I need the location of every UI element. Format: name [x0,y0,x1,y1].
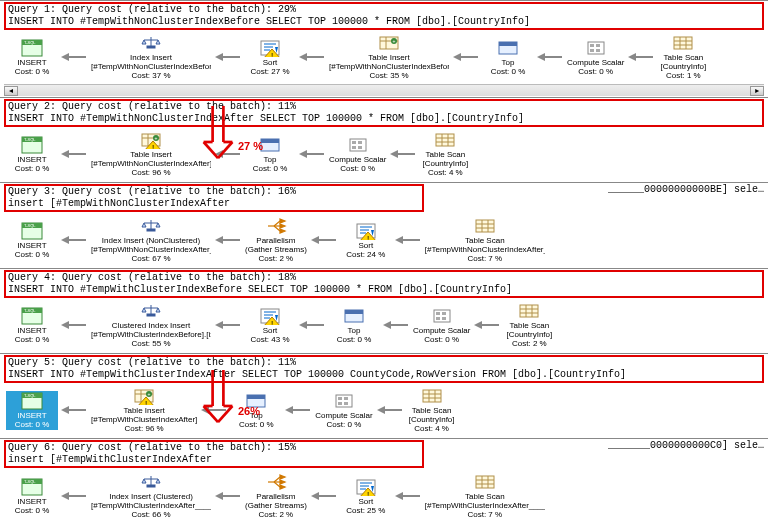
plan-row[interactable]: T-SQLINSERTCost: 0 %Index Insert[#TempWi… [4,30,764,84]
plan-row[interactable]: T-SQLINSERTCost: 0 %+!Table Insert[#Temp… [4,127,764,181]
plan-node-sql[interactable]: T-SQLINSERTCost: 0 % [6,391,58,430]
plan-node-compute[interactable]: Compute ScalarCost: 0 % [412,307,471,344]
svg-rect-157 [338,402,342,405]
svg-rect-31 [590,44,594,47]
plan-node-tablescan[interactable]: Table Scan[CountryInfo]Cost: 4 % [419,131,471,177]
svg-text:T-SQL: T-SQL [24,40,36,45]
query-header: Query 2: Query cost (relative to the bat… [8,101,760,113]
top-icon [497,39,519,57]
horizontal-scrollbar[interactable]: ◄► [4,84,764,96]
svg-rect-32 [596,44,600,47]
tablescan-icon [518,302,540,320]
svg-marker-9 [215,53,223,61]
node-cost: Cost: 0 % [253,164,288,173]
tableinsert-icon: + [378,34,400,52]
plan-arrow [214,320,242,330]
svg-rect-7 [147,46,155,48]
svg-text:T-SQL: T-SQL [24,479,36,484]
node-sublabel: [#TempWithNonClusterIndexAfter____… [425,245,545,254]
node-label: Compute Scalar [567,58,624,67]
plan-node-sort[interactable]: !SortCost: 43 % [244,307,296,344]
plan-node-scale[interactable]: Index Insert (NonClustered)[#TempWithNon… [90,217,212,263]
plan-node-sql[interactable]: T-SQLINSERTCost: 0 % [6,307,58,344]
query-block-3: Query 3: Query cost (relative to the bat… [0,182,768,268]
scroll-left-button[interactable]: ◄ [4,86,18,96]
plan-node-sort[interactable]: !SortCost: 24 % [340,222,392,259]
node-label: INSERT [17,241,46,250]
plan-node-top[interactable]: TopCost: 0 % [482,39,534,76]
plan-node-scale[interactable]: Index Insert (Clustered)[#TempWithCluste… [90,473,212,519]
tablescan-icon [672,34,694,52]
svg-marker-189 [395,492,403,500]
svg-text:!: ! [145,399,147,405]
svg-rect-156 [344,397,348,400]
node-cost: Cost: 2 % [512,339,547,348]
plan-node-sql[interactable]: T-SQLINSERTCost: 0 % [6,39,58,76]
svg-marker-82 [280,219,285,223]
plan-node-compute[interactable]: Compute ScalarCost: 0 % [566,39,625,76]
scroll-right-button[interactable]: ► [750,86,764,96]
plan-arrow [536,52,564,62]
svg-marker-130 [474,321,482,329]
plan-node-parallel[interactable]: Parallelism(Gather Streams)Cost: 2 % [244,217,308,263]
plan-node-top[interactable]: TopCost: 0 % [328,307,380,344]
sql-icon: T-SQL [21,478,43,496]
plan-node-scale[interactable]: Clustered Index Insert[#TempWithClusterI… [90,302,212,348]
plan-node-tableinsert[interactable]: +Table Insert[#TempWithNonClusterIndexBe… [328,34,450,80]
tableinsert-icon: +! [133,387,155,405]
svg-text:+: + [155,135,158,141]
node-cost: Cost: 4 % [414,424,449,433]
plan-node-sql[interactable]: T-SQLINSERTCost: 0 % [6,222,58,259]
plan-node-tablescan[interactable]: Table Scan[#TempWithClusterIndexAfter___… [424,473,546,519]
svg-rect-37 [674,37,692,49]
svg-marker-110 [215,321,223,329]
plan-node-compute[interactable]: Compute ScalarCost: 0 % [328,136,387,173]
plan-node-tablescan[interactable]: Table Scan[CountryInfo]Cost: 2 % [503,302,555,348]
plan-node-tablescan[interactable]: Table Scan[#TempWithNonClusterIndexAfter… [424,217,546,263]
node-cost: Cost: 55 % [131,339,170,348]
node-label: Table Scan [412,406,452,415]
node-label: Index Insert (NonClustered) [102,236,200,245]
node-label: Index Insert [130,53,172,62]
plan-row[interactable]: T-SQLINSERTCost: 0 %Index Insert (NonClu… [4,213,764,267]
node-cost: Cost: 0 % [15,250,50,259]
annotation-pct-2: 26% [238,405,260,417]
node-label: Table Insert [130,150,171,159]
plan-node-parallel[interactable]: Parallelism(Gather Streams)Cost: 2 % [244,473,308,519]
plan-row[interactable]: T-SQLINSERTCost: 0 %Clustered Index Inse… [4,298,764,352]
svg-rect-161 [423,390,441,402]
compute-icon [333,392,355,410]
node-label: Sort [358,241,373,250]
query-sql-text: INSERT INTO #TempWithNonClusterIndexBefo… [8,16,760,28]
plan-node-compute[interactable]: Compute ScalarCost: 0 % [314,392,373,429]
svg-marker-55 [215,150,223,158]
node-cost: Cost: 96 % [125,424,164,433]
svg-marker-177 [280,480,285,484]
node-label: Sort [263,58,278,67]
plan-row[interactable]: T-SQLINSERTCost: 0 %+!Table Insert[#Temp… [4,383,764,437]
plan-node-sort[interactable]: !SortCost: 27 % [244,39,296,76]
plan-arrow [298,52,326,62]
plan-node-tablescan[interactable]: Table Scan[CountryInfo]Cost: 4 % [406,387,458,433]
svg-text:!: ! [367,490,369,496]
node-sublabel: [#TempWithNonClusterIndexBefore] [329,62,449,71]
node-label: Clustered Index Insert [112,321,190,330]
plan-arrow [60,235,88,245]
plan-node-sql[interactable]: T-SQLINSERTCost: 0 % [6,478,58,515]
plan-node-scale[interactable]: Index Insert[#TempWithNonClusterIndexBef… [90,34,212,80]
scale-icon [140,302,162,320]
svg-marker-176 [280,475,285,479]
sql-icon: T-SQL [21,392,43,410]
sql-icon: T-SQL [21,222,43,240]
plan-node-sort[interactable]: !SortCost: 25 % [340,478,392,515]
plan-node-tableinsert[interactable]: +!Table Insert[#TempWithNonClusterIndexA… [90,131,212,177]
plan-node-tableinsert[interactable]: +!Table Insert[#TempWithClusterIndexAfte… [90,387,198,433]
node-sublabel: [#TempWithNonClusterIndexAfter] [91,159,211,168]
plan-node-tablescan[interactable]: Table Scan[CountryInfo]Cost: 1 % [657,34,709,80]
plan-row[interactable]: T-SQLINSERTCost: 0 %Index Insert (Cluste… [4,469,764,523]
node-cost: Cost: 25 % [346,506,385,515]
node-label: Compute Scalar [315,411,372,420]
node-cost: Cost: 66 % [131,510,170,519]
plan-node-sql[interactable]: T-SQLINSERTCost: 0 % [6,136,58,173]
node-label: Table Scan [465,492,505,501]
